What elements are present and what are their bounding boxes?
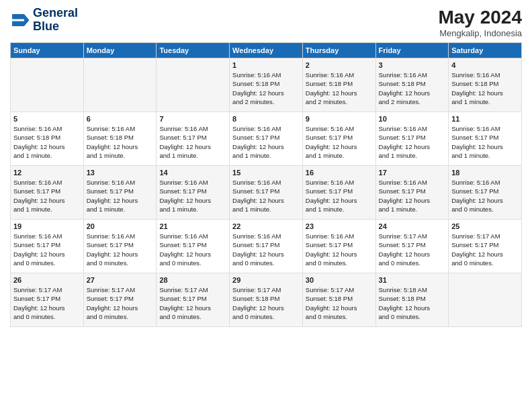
calendar-cell: 6Sunrise: 5:16 AM Sunset: 5:18 PM Daylig…	[83, 112, 157, 166]
day-number: 7	[159, 115, 226, 123]
day-number: 24	[379, 222, 446, 230]
header: General Blue May 2024 Mengkalip, Indones…	[10, 7, 522, 38]
logo-icon	[10, 10, 30, 30]
calendar-cell: 12Sunrise: 5:16 AM Sunset: 5:17 PM Dayli…	[11, 166, 84, 220]
col-sunday: Sunday	[11, 43, 84, 58]
day-detail: Sunrise: 5:17 AM Sunset: 5:18 PM Dayligh…	[232, 285, 300, 321]
calendar-week-row: 26Sunrise: 5:17 AM Sunset: 5:17 PM Dayli…	[11, 273, 522, 327]
day-detail: Sunrise: 5:16 AM Sunset: 5:17 PM Dayligh…	[87, 232, 154, 267]
calendar-cell: 7Sunrise: 5:16 AM Sunset: 5:17 PM Daylig…	[157, 112, 230, 166]
col-saturday: Saturday	[449, 43, 522, 58]
day-detail: Sunrise: 5:16 AM Sunset: 5:18 PM Dayligh…	[306, 71, 373, 106]
day-detail: Sunrise: 5:16 AM Sunset: 5:17 PM Dayligh…	[159, 124, 226, 160]
calendar-cell: 3Sunrise: 5:16 AM Sunset: 5:18 PM Daylig…	[375, 58, 449, 112]
calendar-week-row: 19Sunrise: 5:16 AM Sunset: 5:17 PM Dayli…	[11, 220, 522, 273]
col-friday: Friday	[375, 43, 449, 58]
day-detail: Sunrise: 5:17 AM Sunset: 5:17 PM Dayligh…	[13, 285, 81, 321]
calendar-cell: 31Sunrise: 5:18 AM Sunset: 5:18 PM Dayli…	[375, 273, 449, 327]
logo-text: General Blue	[33, 7, 78, 34]
day-detail: Sunrise: 5:16 AM Sunset: 5:17 PM Dayligh…	[232, 124, 300, 160]
calendar-cell: 25Sunrise: 5:17 AM Sunset: 5:17 PM Dayli…	[449, 220, 522, 273]
calendar-week-row: 5Sunrise: 5:16 AM Sunset: 5:18 PM Daylig…	[11, 112, 522, 166]
day-number: 26	[13, 276, 81, 284]
calendar-header: Sunday Monday Tuesday Wednesday Thursday…	[11, 43, 522, 58]
day-detail: Sunrise: 5:16 AM Sunset: 5:17 PM Dayligh…	[451, 124, 519, 160]
calendar-cell: 1Sunrise: 5:16 AM Sunset: 5:18 PM Daylig…	[230, 58, 303, 112]
day-detail: Sunrise: 5:16 AM Sunset: 5:17 PM Dayligh…	[451, 178, 519, 214]
day-number: 8	[232, 115, 300, 123]
day-detail: Sunrise: 5:16 AM Sunset: 5:17 PM Dayligh…	[159, 178, 226, 214]
day-number: 1	[232, 61, 300, 69]
calendar-cell: 29Sunrise: 5:17 AM Sunset: 5:18 PM Dayli…	[230, 273, 303, 327]
calendar-cell: 28Sunrise: 5:17 AM Sunset: 5:17 PM Dayli…	[157, 273, 230, 327]
calendar-cell: 16Sunrise: 5:16 AM Sunset: 5:17 PM Dayli…	[302, 166, 375, 220]
col-tuesday: Tuesday	[157, 43, 230, 58]
day-detail: Sunrise: 5:16 AM Sunset: 5:17 PM Dayligh…	[379, 178, 446, 214]
calendar-cell: 26Sunrise: 5:17 AM Sunset: 5:17 PM Dayli…	[11, 273, 84, 327]
calendar-cell: 4Sunrise: 5:16 AM Sunset: 5:18 PM Daylig…	[449, 58, 522, 112]
logo: General Blue	[10, 7, 78, 34]
month-year: May 2024	[438, 7, 522, 28]
location: Mengkalip, Indonesia	[438, 28, 522, 38]
day-detail: Sunrise: 5:16 AM Sunset: 5:17 PM Dayligh…	[232, 178, 300, 214]
day-number: 20	[87, 222, 154, 230]
logo-line1: General	[33, 7, 78, 20]
calendar-cell: 13Sunrise: 5:16 AM Sunset: 5:17 PM Dayli…	[83, 166, 157, 220]
day-number: 13	[87, 169, 154, 177]
day-number: 28	[159, 276, 226, 284]
svg-rect-3	[12, 21, 24, 26]
calendar-cell: 5Sunrise: 5:16 AM Sunset: 5:18 PM Daylig…	[11, 112, 84, 166]
day-detail: Sunrise: 5:17 AM Sunset: 5:17 PM Dayligh…	[159, 285, 226, 321]
day-number: 6	[87, 115, 154, 123]
calendar-cell: 14Sunrise: 5:16 AM Sunset: 5:17 PM Dayli…	[157, 166, 230, 220]
calendar-cell	[11, 58, 84, 112]
calendar-cell: 10Sunrise: 5:16 AM Sunset: 5:17 PM Dayli…	[375, 112, 449, 166]
day-number: 27	[87, 276, 154, 284]
calendar-cell: 18Sunrise: 5:16 AM Sunset: 5:17 PM Dayli…	[449, 166, 522, 220]
day-detail: Sunrise: 5:17 AM Sunset: 5:18 PM Dayligh…	[306, 285, 373, 321]
calendar-table: Sunday Monday Tuesday Wednesday Thursday…	[10, 42, 522, 327]
day-detail: Sunrise: 5:16 AM Sunset: 5:17 PM Dayligh…	[159, 232, 226, 267]
calendar-cell: 24Sunrise: 5:17 AM Sunset: 5:17 PM Dayli…	[375, 220, 449, 273]
day-detail: Sunrise: 5:16 AM Sunset: 5:17 PM Dayligh…	[13, 178, 81, 214]
calendar-cell: 19Sunrise: 5:16 AM Sunset: 5:17 PM Dayli…	[11, 220, 84, 273]
day-detail: Sunrise: 5:17 AM Sunset: 5:17 PM Dayligh…	[379, 232, 446, 267]
day-number: 22	[232, 222, 300, 230]
col-monday: Monday	[83, 43, 157, 58]
col-thursday: Thursday	[302, 43, 375, 58]
day-number: 15	[232, 169, 300, 177]
day-number: 11	[451, 115, 519, 123]
day-number: 23	[306, 222, 373, 230]
logo-line2: Blue	[33, 20, 78, 34]
calendar-cell: 27Sunrise: 5:17 AM Sunset: 5:17 PM Dayli…	[83, 273, 157, 327]
weekday-header-row: Sunday Monday Tuesday Wednesday Thursday…	[11, 43, 522, 58]
col-wednesday: Wednesday	[230, 43, 303, 58]
svg-rect-2	[12, 14, 24, 19]
calendar-cell	[449, 273, 522, 327]
calendar-cell: 8Sunrise: 5:16 AM Sunset: 5:17 PM Daylig…	[230, 112, 303, 166]
day-number: 3	[379, 61, 446, 69]
calendar-cell: 2Sunrise: 5:16 AM Sunset: 5:18 PM Daylig…	[302, 58, 375, 112]
calendar-cell: 20Sunrise: 5:16 AM Sunset: 5:17 PM Dayli…	[83, 220, 157, 273]
day-detail: Sunrise: 5:16 AM Sunset: 5:17 PM Dayligh…	[379, 124, 446, 160]
calendar-cell	[83, 58, 157, 112]
day-detail: Sunrise: 5:16 AM Sunset: 5:17 PM Dayligh…	[306, 178, 373, 214]
calendar-cell: 11Sunrise: 5:16 AM Sunset: 5:17 PM Dayli…	[449, 112, 522, 166]
day-detail: Sunrise: 5:16 AM Sunset: 5:18 PM Dayligh…	[232, 71, 300, 106]
calendar-cell	[157, 58, 230, 112]
day-number: 30	[306, 276, 373, 284]
day-number: 4	[451, 61, 519, 69]
day-detail: Sunrise: 5:16 AM Sunset: 5:17 PM Dayligh…	[13, 232, 81, 267]
day-number: 2	[306, 61, 373, 69]
day-number: 19	[13, 222, 81, 230]
day-number: 12	[13, 169, 81, 177]
calendar-week-row: 1Sunrise: 5:16 AM Sunset: 5:18 PM Daylig…	[11, 58, 522, 112]
day-detail: Sunrise: 5:16 AM Sunset: 5:17 PM Dayligh…	[306, 124, 373, 160]
calendar-cell: 17Sunrise: 5:16 AM Sunset: 5:17 PM Dayli…	[375, 166, 449, 220]
day-detail: Sunrise: 5:17 AM Sunset: 5:17 PM Dayligh…	[451, 232, 519, 267]
day-number: 17	[379, 169, 446, 177]
calendar-week-row: 12Sunrise: 5:16 AM Sunset: 5:17 PM Dayli…	[11, 166, 522, 220]
day-number: 29	[232, 276, 300, 284]
calendar-body: 1Sunrise: 5:16 AM Sunset: 5:18 PM Daylig…	[11, 58, 522, 327]
day-number: 18	[451, 169, 519, 177]
